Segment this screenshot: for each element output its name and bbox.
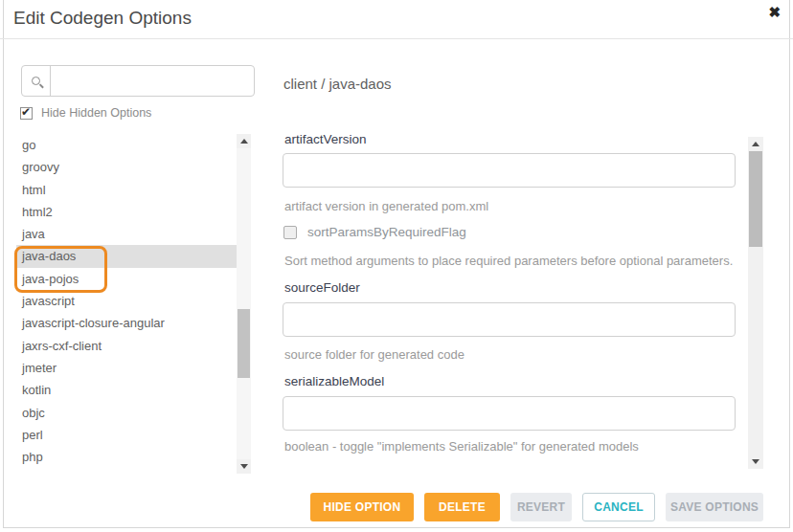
- hide-option-button[interactable]: HIDE OPTION: [310, 493, 414, 521]
- field-label: artifactVersion: [284, 132, 367, 146]
- scrollbar-thumb[interactable]: [238, 309, 250, 378]
- field-description: artifact version in generated pom.xml: [284, 199, 488, 213]
- field-label: sortParamsByRequiredFlag: [307, 225, 466, 239]
- field-label: sourceFolder: [284, 280, 360, 295]
- field-label: serializableModel: [284, 374, 384, 388]
- language-list-scrollbar[interactable]: [237, 134, 251, 474]
- language-option[interactable]: perl: [16, 424, 237, 446]
- field-description: source folder for generated code: [284, 347, 464, 362]
- scrollbar-thumb[interactable]: [749, 151, 762, 247]
- artifact-version-input[interactable]: [283, 153, 736, 188]
- language-option[interactable]: java-pojos: [16, 268, 237, 290]
- language-option[interactable]: javascript: [16, 290, 237, 312]
- hide-hidden-label: Hide Hidden Options: [41, 106, 151, 120]
- language-option[interactable]: html: [16, 179, 237, 201]
- sort-params-checkbox[interactable]: [283, 226, 297, 239]
- cancel-button[interactable]: CANCEL: [582, 493, 655, 521]
- field-description: Sort method arguments to place required …: [284, 254, 733, 268]
- language-option[interactable]: jaxrs-cxf-client: [16, 335, 237, 357]
- language-option[interactable]: java-daos: [16, 245, 237, 267]
- scroll-up-arrow-icon[interactable]: [748, 137, 763, 151]
- scroll-up-arrow-icon[interactable]: [237, 134, 251, 148]
- scroll-down-arrow-icon[interactable]: [237, 459, 251, 474]
- delete-button[interactable]: DELETE: [424, 493, 500, 521]
- search-icon: [22, 66, 51, 96]
- search-input[interactable]: [51, 66, 254, 96]
- hide-hidden-options-row: Hide Hidden Options: [20, 106, 151, 120]
- dialog-title: Edit Codegen Options: [13, 8, 192, 29]
- footer-button-bar: HIDE OPTION DELETE REVERT CANCEL SAVE OP…: [0, 493, 763, 521]
- search-box[interactable]: [21, 65, 255, 97]
- save-options-button: SAVE OPTIONS: [666, 493, 763, 521]
- field-description: boolean - toggle "implements Serializabl…: [284, 439, 639, 454]
- language-option[interactable]: jmeter: [16, 357, 237, 379]
- language-option[interactable]: objc: [16, 402, 237, 424]
- hide-hidden-checkbox[interactable]: [20, 107, 33, 120]
- serializable-model-input[interactable]: [283, 396, 736, 431]
- edit-codegen-options-dialog: Edit Codegen Options ✖ Hide Hidden Optio…: [0, 0, 793, 532]
- sort-params-row: sortParamsByRequiredFlag: [283, 225, 466, 239]
- language-option[interactable]: php: [16, 446, 237, 468]
- language-option[interactable]: java: [16, 223, 237, 245]
- language-list: go groovy html html2 java java-daos java…: [16, 134, 251, 474]
- options-form: artifactVersion artifact version in gene…: [283, 0, 736, 532]
- language-option[interactable]: kotlin: [16, 379, 237, 401]
- language-option[interactable]: javascript-closure-angular: [16, 312, 237, 334]
- revert-button: REVERT: [510, 493, 572, 521]
- options-form-scrollbar[interactable]: [748, 137, 763, 469]
- source-folder-input[interactable]: [283, 302, 736, 337]
- scroll-down-arrow-icon[interactable]: [748, 454, 763, 469]
- language-option[interactable]: groovy: [16, 156, 237, 178]
- language-option[interactable]: html2: [16, 201, 237, 223]
- close-icon[interactable]: ✖: [768, 3, 781, 22]
- language-option[interactable]: go: [16, 134, 237, 156]
